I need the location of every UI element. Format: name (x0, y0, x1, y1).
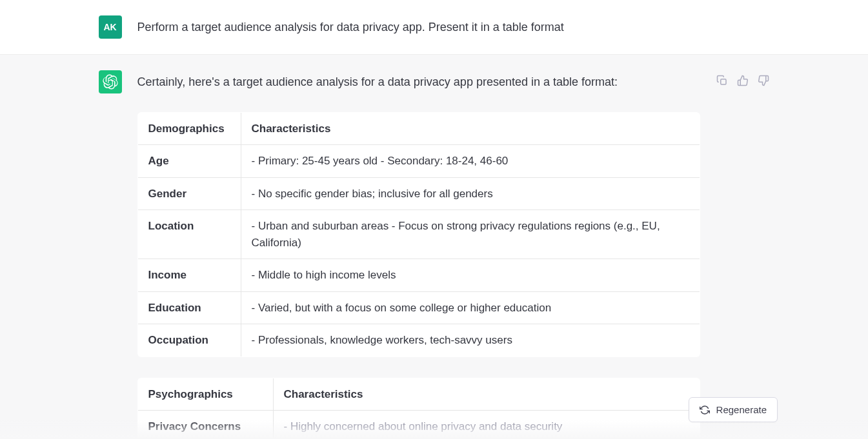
row-label: Privacy Concerns (137, 411, 273, 439)
row-value: - Urban and suburban areas - Focus on st… (241, 210, 700, 259)
table-header-col2: Characteristics (273, 378, 700, 411)
table-row: Education - Varied, but with a focus on … (137, 291, 700, 324)
row-value: - Middle to high income levels (241, 259, 700, 292)
row-label: Gender (137, 177, 241, 210)
thumbs-up-icon[interactable] (736, 74, 749, 87)
psychographics-table: Psychographics Characteristics Privacy C… (137, 378, 700, 439)
thumbs-down-icon[interactable] (757, 74, 770, 87)
openai-logo-icon (103, 74, 118, 90)
user-message-text: Perform a target audience analysis for d… (137, 18, 770, 37)
table-header-col2: Characteristics (241, 112, 700, 145)
row-label: Age (137, 145, 241, 178)
table-row: Location - Urban and suburban areas - Fo… (137, 210, 700, 259)
assistant-intro-text: Certainly, here's a target audience anal… (137, 73, 700, 92)
table-header-row: Psychographics Characteristics (137, 378, 700, 411)
user-avatar: AK (99, 15, 122, 39)
user-message-row: AK Perform a target audience analysis fo… (0, 0, 868, 55)
row-value: - Professionals, knowledge workers, tech… (241, 324, 700, 357)
row-value: - Highly concerned about online privacy … (273, 411, 700, 439)
assistant-avatar (99, 70, 122, 93)
table-row: Occupation - Professionals, knowledge wo… (137, 324, 700, 357)
row-label: Income (137, 259, 241, 292)
table-row: Gender - No specific gender bias; inclus… (137, 177, 700, 210)
table-row: Age - Primary: 25-45 years old - Seconda… (137, 145, 700, 178)
regenerate-button[interactable]: Regenerate (689, 397, 778, 422)
row-label: Occupation (137, 324, 241, 357)
table-header-col1: Demographics (137, 112, 241, 145)
message-actions (716, 70, 770, 439)
table-header-col1: Psychographics (137, 378, 273, 411)
conversation: AK Perform a target audience analysis fo… (0, 0, 868, 439)
refresh-icon (700, 405, 710, 415)
table-row: Privacy Concerns - Highly concerned abou… (137, 411, 700, 439)
table-header-row: Demographics Characteristics (137, 112, 700, 145)
regenerate-label: Regenerate (716, 404, 767, 415)
demographics-table: Demographics Characteristics Age - Prima… (137, 112, 700, 357)
table-row: Income - Middle to high income levels (137, 259, 700, 292)
row-value: - Varied, but with a focus on some colle… (241, 291, 700, 324)
row-label: Education (137, 291, 241, 324)
row-value: - Primary: 25-45 years old - Secondary: … (241, 145, 700, 178)
assistant-message-row: Certainly, here's a target audience anal… (0, 55, 868, 439)
row-value: - No specific gender bias; inclusive for… (241, 177, 700, 210)
svg-rect-0 (720, 79, 725, 84)
copy-icon[interactable] (716, 74, 729, 87)
row-label: Location (137, 210, 241, 259)
